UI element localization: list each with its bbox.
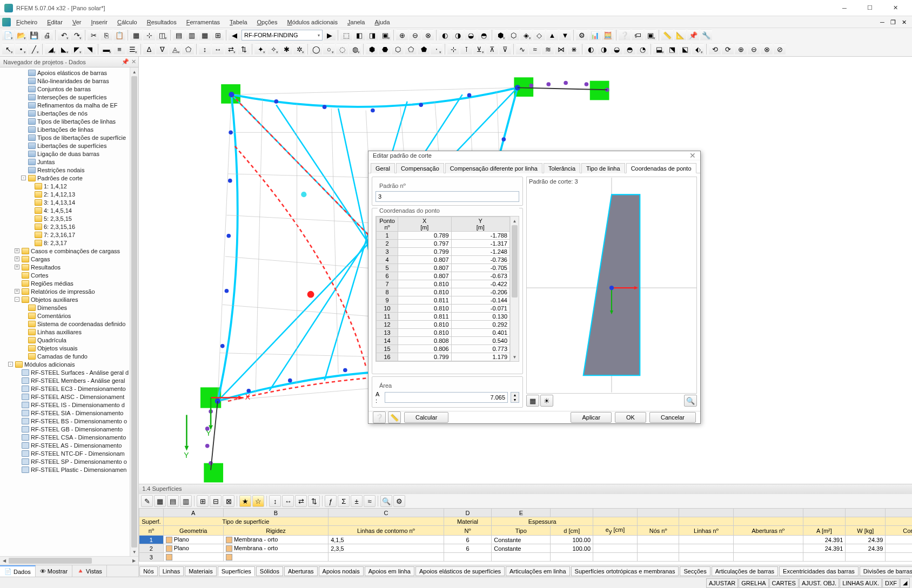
menu-editar[interactable]: Editar — [43, 18, 67, 26]
toolbar-icon[interactable]: ⊞ — [212, 29, 224, 41]
save-button[interactable]: 💾 — [28, 29, 40, 41]
status-cell[interactable]: CARTES — [769, 578, 799, 588]
toolbar-icon[interactable]: ⇄ — [225, 43, 237, 55]
pattern-preview[interactable]: Padrão de corte: 3 — [526, 177, 697, 394]
table-tab[interactable]: Superfícies ortotrópicas e membranas — [571, 566, 679, 576]
table-tab[interactable]: Nós — [139, 566, 158, 576]
tree-item[interactable]: Quadrícula — [1, 336, 129, 344]
toolbar-icon[interactable]: ⇅ — [238, 43, 250, 55]
table-tab[interactable]: Articulações em linha — [506, 566, 570, 576]
toolbar-icon[interactable]: ⊗ — [761, 43, 773, 55]
table-icon[interactable]: ▦ — [154, 495, 166, 507]
tree-item[interactable]: Restrições nodais — [1, 166, 129, 174]
tree-item[interactable]: Libertações de superfícies — [1, 141, 129, 150]
mdi-close[interactable]: ✕ — [899, 18, 909, 26]
toolbar-icon[interactable]: ❔ — [619, 29, 631, 41]
table-icon[interactable]: ▤ — [167, 495, 179, 507]
tree-item[interactable]: Dimensões — [1, 303, 129, 312]
toolbar-icon[interactable]: ✧ — [267, 43, 279, 55]
maximize-button[interactable]: ☐ — [857, 0, 882, 16]
dialog-tab[interactable]: Coordenadas de ponto — [626, 163, 696, 173]
toolbar-icon[interactable]: ◨ — [366, 29, 378, 41]
open-button[interactable]: 📂 — [15, 29, 27, 41]
table-icon[interactable]: ↕ — [269, 495, 281, 507]
toolbar-icon[interactable]: ⊻ — [473, 43, 485, 55]
cut-button[interactable]: ✂ — [88, 29, 99, 41]
toolbar-icon[interactable]: ⊗ — [422, 29, 434, 41]
tree-item[interactable]: 2: 1,4,12,13 — [1, 190, 129, 198]
tree-item[interactable]: Refinamentos da malha de EF — [1, 101, 129, 109]
tree-item[interactable]: Não-linearidades de barras — [1, 77, 129, 85]
table-icon[interactable]: 🔍 — [380, 495, 392, 507]
toolbar-icon[interactable]: ⋇ — [568, 43, 580, 55]
table-tab[interactable]: Divisões de barras — [860, 566, 912, 576]
tree-item[interactable]: RF-STEEL Members - Análise geral — [1, 376, 129, 384]
area-input[interactable] — [385, 392, 508, 403]
toolbar-icon[interactable]: 🧮 — [602, 29, 614, 41]
toolbar-icon[interactable]: ⬠ — [405, 43, 417, 55]
menu-inserir[interactable]: Inserir — [86, 18, 112, 26]
toolbar-icon[interactable]: ⬠ — [182, 43, 194, 55]
tree-item[interactable]: -Módulos adicionais — [1, 360, 129, 368]
tree-item[interactable]: Libertações de linhas — [1, 125, 129, 133]
tree-item[interactable]: RF-STEEL CSA - Dimensionamento — [1, 433, 129, 441]
toolbar-icon[interactable]: ↕ — [199, 43, 211, 55]
tree-item[interactable]: RF-STEEL EC3 - Dimensionamento — [1, 384, 129, 393]
table-tab[interactable]: Apoios nodais — [319, 566, 364, 576]
close-button[interactable]: ✕ — [883, 0, 908, 16]
toolbar-icon[interactable]: ◍ — [349, 43, 361, 55]
tree-item[interactable]: RF-STEEL IS - Dimensionamento d — [1, 401, 129, 409]
toolbar-icon[interactable]: ◢ — [45, 43, 57, 55]
toolbar-icon[interactable]: 📌 — [687, 29, 699, 41]
toolbar-icon[interactable]: ◐ — [439, 29, 451, 41]
toolbar-icon[interactable]: ⬚ — [340, 29, 352, 41]
tree-item[interactable]: 8: 2,3,17 — [1, 239, 129, 247]
tree-item[interactable]: 1: 1,4,12 — [1, 182, 129, 190]
tree-item[interactable]: RF-STEEL SIA - Dimensionamento — [1, 409, 129, 417]
toolbar-icon[interactable]: ◑ — [452, 29, 464, 41]
table-tab[interactable]: Secções — [680, 566, 710, 576]
tree-item[interactable]: RF-STEEL Plastic - Dimensionamen — [1, 465, 129, 474]
menu-ajuda[interactable]: Ajuda — [370, 18, 394, 26]
toolbar-icon[interactable]: 🔧 — [700, 29, 712, 41]
toolbar-icon[interactable]: ▼ — [559, 29, 571, 41]
toolbar-icon[interactable]: ◑ — [598, 43, 609, 55]
tree-item[interactable]: Cortes — [1, 271, 129, 279]
toolbar-icon[interactable]: ⊹ — [447, 43, 459, 55]
toolbar-icon[interactable]: ✱ — [280, 43, 292, 55]
toolbar-icon[interactable]: ▲ — [546, 29, 558, 41]
toolbar-icon[interactable]: ◓ — [623, 43, 635, 55]
select-tool[interactable]: ↖ — [2, 43, 14, 55]
toolbar-icon[interactable]: ◒ — [611, 43, 622, 55]
grid-button[interactable]: ▦ — [130, 29, 142, 41]
menu-janela[interactable]: Janela — [343, 18, 369, 26]
preview-tool-icon[interactable]: 🔍 — [684, 395, 697, 407]
tree-item[interactable]: Comentários — [1, 312, 129, 320]
tree-item[interactable]: +Cargas — [1, 255, 129, 263]
tab-dados[interactable]: 📄Dados — [0, 565, 36, 577]
mdi-minimize[interactable]: ─ — [877, 18, 887, 26]
tree-item[interactable]: Camadas de fundo — [1, 352, 129, 360]
status-cell[interactable]: GRELHA — [739, 578, 768, 588]
table-icon[interactable]: ⇄ — [295, 495, 307, 507]
toolbar-icon[interactable]: ✲ — [293, 43, 305, 55]
toolbar-icon[interactable]: ◒ — [465, 29, 477, 41]
toolbar-icon[interactable]: ⊕ — [735, 43, 747, 55]
table-icon[interactable]: Σ — [338, 495, 350, 507]
toolbar-icon[interactable]: ◯ — [310, 43, 322, 55]
toolbar-icon[interactable]: ▦ — [199, 29, 211, 41]
tree-item[interactable]: Tipos de libertações de linhas — [1, 117, 129, 125]
tree-item[interactable]: Tipos de libertações de superfície — [1, 133, 129, 141]
tree-item[interactable]: RF-STEEL AISC - Dimensionament — [1, 393, 129, 401]
toolbar-icon[interactable]: ▣ — [645, 29, 656, 41]
dialog-tab[interactable]: Tolerância — [544, 163, 580, 173]
tree-item[interactable]: -Objetos auxiliares — [1, 295, 129, 303]
next-case-button[interactable]: ▶ — [324, 29, 336, 41]
toolbar-icon[interactable]: ∆ — [143, 43, 155, 55]
table-icon[interactable]: ⊠ — [223, 495, 234, 507]
apply-button[interactable]: Aplicar — [571, 412, 612, 423]
line-tool[interactable]: ╱ — [28, 43, 40, 55]
tree-item[interactable]: RF-STEEL BS - Dimensionamento o — [1, 417, 129, 425]
table-icon[interactable]: ƒ — [325, 495, 337, 507]
toolbar-icon[interactable]: ∇ — [156, 43, 168, 55]
